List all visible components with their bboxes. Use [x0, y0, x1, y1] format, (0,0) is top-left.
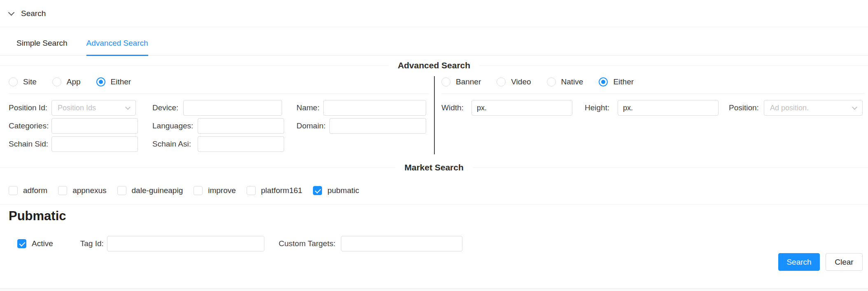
field-label: Tag Id:: [80, 239, 107, 248]
radio-banner[interactable]: Banner: [441, 77, 481, 86]
checkbox-icon[interactable]: [117, 186, 126, 195]
checkbox-checked-icon[interactable]: [313, 186, 322, 195]
radio-selected-icon[interactable]: [96, 77, 105, 86]
languages-input[interactable]: [198, 118, 284, 134]
site-app-column: Site App Either Position Id: Position Id…: [0, 76, 434, 154]
checkbox-checked-icon[interactable]: [17, 239, 26, 248]
ad-format-column: Banner Video Native Either Width:: [434, 76, 868, 154]
panel-header[interactable]: Search: [0, 0, 868, 27]
domain-input[interactable]: [329, 118, 426, 134]
radio-label: Native: [561, 77, 583, 86]
radio-label: Either: [613, 77, 634, 86]
radio-label: Either: [111, 77, 131, 86]
field-label: Width:: [441, 103, 471, 112]
device-input[interactable]: [183, 100, 282, 116]
custom-targets-input[interactable]: [341, 236, 462, 251]
field-position: Position: Ad position.: [729, 100, 863, 116]
radio-app[interactable]: App: [52, 77, 81, 86]
pubmatic-heading: Pubmatic: [9, 209, 868, 223]
panel-title: Search: [21, 9, 46, 18]
checkbox-label: pubmatic: [327, 186, 359, 195]
radio-video[interactable]: Video: [497, 77, 531, 86]
radio-icon[interactable]: [441, 77, 450, 86]
section-rule: [0, 204, 868, 205]
radio-native[interactable]: Native: [547, 77, 583, 86]
pubmatic-form-row: Active Tag Id: Custom Targets:: [0, 236, 868, 251]
ad-format-radio-group: Banner Video Native Either: [441, 76, 868, 88]
radio-icon[interactable]: [547, 77, 556, 86]
field-label: Device:: [152, 103, 183, 112]
checkbox-dale-guineapig[interactable]: dale-guineapig: [117, 186, 183, 195]
radio-icon[interactable]: [497, 77, 506, 86]
divider-line: [473, 168, 868, 168]
categories-input[interactable]: [51, 118, 138, 134]
field-domain: Domain:: [296, 118, 426, 134]
chevron-down-icon[interactable]: [8, 9, 15, 16]
radio-label: Site: [23, 77, 37, 86]
checkbox-label: dale-guineapig: [132, 186, 183, 195]
chevron-down-icon: [125, 105, 131, 110]
inventory-type-radio-group: Site App Either: [9, 76, 434, 88]
tag-id-input[interactable]: [107, 236, 264, 251]
checkbox-icon[interactable]: [247, 186, 256, 195]
radio-icon[interactable]: [52, 77, 61, 86]
checkbox-active[interactable]: Active: [17, 239, 53, 248]
clear-button[interactable]: Clear: [826, 253, 863, 271]
market-search-divider: Market Search: [0, 163, 868, 172]
checkbox-pubmatic[interactable]: pubmatic: [313, 186, 359, 195]
checkbox-improve[interactable]: improve: [194, 186, 236, 195]
field-custom-targets: Custom Targets:: [279, 236, 462, 251]
chevron-down-icon: [852, 105, 857, 110]
tab-simple-search[interactable]: Simple Search: [16, 39, 68, 56]
form-row-3: Schain Sid: Schain Asi:: [9, 136, 434, 152]
radio-site[interactable]: Site: [9, 77, 37, 86]
name-input[interactable]: [323, 100, 426, 116]
field-width: Width:: [441, 100, 572, 116]
field-name: Name:: [296, 100, 426, 116]
select-placeholder: Position Ids: [58, 104, 96, 112]
checkbox-icon[interactable]: [194, 186, 203, 195]
checkbox-appnexus[interactable]: appnexus: [58, 186, 106, 195]
position-id-select[interactable]: Position Ids: [51, 100, 136, 116]
schain-sid-input[interactable]: [51, 136, 138, 152]
width-input[interactable]: [471, 100, 572, 116]
radio-either[interactable]: Either: [96, 77, 131, 86]
search-button[interactable]: Search: [778, 253, 820, 271]
radio-icon[interactable]: [9, 77, 18, 86]
field-label: Schain Sid:: [9, 140, 51, 149]
section-rule: [441, 93, 865, 94]
field-categories: Categories:: [9, 118, 138, 134]
radio-label: Banner: [456, 77, 481, 86]
advanced-search-title: Advanced Search: [389, 61, 479, 70]
field-label: Languages:: [152, 121, 198, 130]
field-label: Custom Targets:: [279, 239, 341, 248]
section-rule: [9, 93, 429, 94]
checkbox-icon[interactable]: [58, 186, 67, 195]
divider-line: [479, 65, 868, 66]
checkbox-icon[interactable]: [9, 186, 18, 195]
tab-advanced-search[interactable]: Advanced Search: [86, 39, 148, 56]
form-row-2: Categories: Languages: Domain:: [9, 118, 434, 134]
checkbox-adform[interactable]: adform: [9, 186, 47, 195]
field-schain-asi: Schain Asi:: [152, 136, 284, 152]
radio-either-format[interactable]: Either: [599, 77, 634, 86]
field-languages: Languages:: [152, 118, 284, 134]
radio-selected-icon[interactable]: [599, 77, 608, 86]
height-input[interactable]: [618, 100, 719, 116]
checkbox-platform161[interactable]: platform161: [247, 186, 302, 195]
field-label: Position:: [729, 103, 764, 112]
ad-position-select[interactable]: Ad position.: [764, 100, 863, 116]
field-tag-id: Tag Id:: [80, 236, 264, 251]
checkbox-label: Active: [32, 239, 53, 248]
field-label: Height:: [585, 103, 618, 112]
form-row-size: Width: Height: Position: Ad position.: [441, 100, 868, 116]
field-position-id: Position Id: Position Ids: [9, 100, 136, 116]
schain-asi-input[interactable]: [198, 136, 284, 152]
search-panel: Search Simple Search Advanced Search Adv…: [0, 0, 868, 289]
form-actions: Search Clear: [0, 253, 868, 271]
checkbox-label: appnexus: [72, 186, 106, 195]
field-height: Height:: [585, 100, 719, 116]
field-label: Name:: [296, 103, 323, 112]
market-search-title: Market Search: [395, 163, 473, 172]
radio-label: App: [67, 77, 81, 86]
